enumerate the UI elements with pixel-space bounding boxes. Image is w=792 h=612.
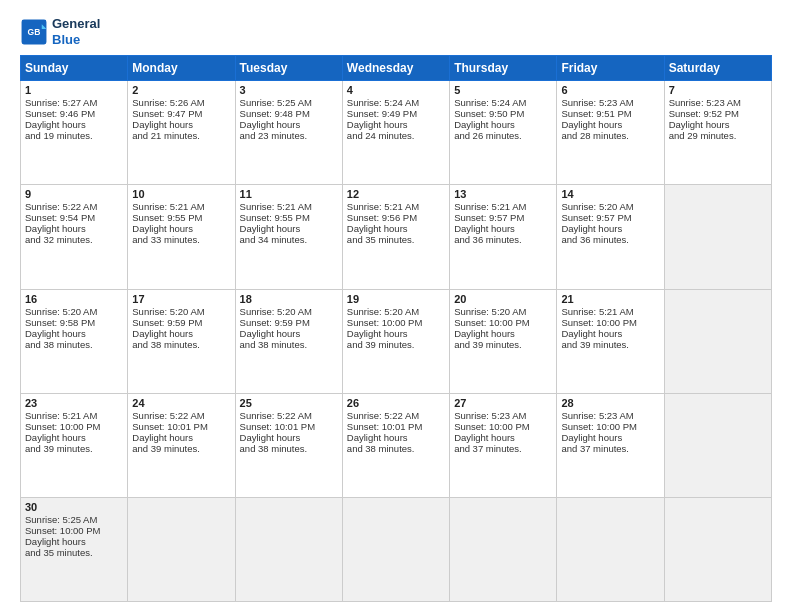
daylight-label: Daylight hours	[347, 119, 445, 130]
day-number: 2	[132, 84, 230, 96]
daylight-label: Daylight hours	[454, 119, 552, 130]
sunrise-time: Sunrise: 5:22 AM	[240, 410, 338, 421]
calendar-header-tuesday: Tuesday	[235, 56, 342, 81]
calendar-cell: 23Sunrise: 5:21 AMSunset: 10:00 PMDaylig…	[21, 393, 128, 497]
daylight-label: Daylight hours	[561, 328, 659, 339]
calendar-week-5: 30Sunrise: 5:25 AMSunset: 10:00 PMDaylig…	[21, 497, 772, 601]
day-number: 24	[132, 397, 230, 409]
daylight-label: Daylight hours	[561, 432, 659, 443]
daylight-value: and 33 minutes.	[132, 234, 230, 245]
sunrise-time: Sunrise: 5:20 AM	[454, 306, 552, 317]
sunset-time: Sunset: 10:00 PM	[25, 421, 123, 432]
sunset-time: Sunset: 9:46 PM	[25, 108, 123, 119]
logo: GB General Blue	[20, 16, 100, 47]
sunrise-time: Sunrise: 5:21 AM	[132, 201, 230, 212]
sunrise-time: Sunrise: 5:20 AM	[561, 201, 659, 212]
calendar-header-row: SundayMondayTuesdayWednesdayThursdayFrid…	[21, 56, 772, 81]
sunrise-time: Sunrise: 5:27 AM	[25, 97, 123, 108]
page: GB General Blue SundayMondayTuesdayWedne…	[0, 0, 792, 612]
daylight-value: and 38 minutes.	[240, 339, 338, 350]
calendar-cell: 6Sunrise: 5:23 AMSunset: 9:51 PMDaylight…	[557, 81, 664, 185]
calendar-cell: 17Sunrise: 5:20 AMSunset: 9:59 PMDayligh…	[128, 289, 235, 393]
calendar-cell: 28Sunrise: 5:23 AMSunset: 10:00 PMDaylig…	[557, 393, 664, 497]
sunrise-time: Sunrise: 5:22 AM	[132, 410, 230, 421]
day-number: 23	[25, 397, 123, 409]
daylight-value: and 38 minutes.	[347, 443, 445, 454]
daylight-value: and 35 minutes.	[347, 234, 445, 245]
day-number: 6	[561, 84, 659, 96]
sunset-time: Sunset: 9:50 PM	[454, 108, 552, 119]
daylight-value: and 26 minutes.	[454, 130, 552, 141]
day-number: 20	[454, 293, 552, 305]
day-number: 7	[669, 84, 767, 96]
calendar-header-sunday: Sunday	[21, 56, 128, 81]
daylight-label: Daylight hours	[561, 119, 659, 130]
day-number: 11	[240, 188, 338, 200]
calendar-cell: 13Sunrise: 5:21 AMSunset: 9:57 PMDayligh…	[450, 185, 557, 289]
daylight-label: Daylight hours	[454, 328, 552, 339]
sunset-time: Sunset: 10:01 PM	[240, 421, 338, 432]
day-number: 10	[132, 188, 230, 200]
daylight-label: Daylight hours	[561, 223, 659, 234]
sunrise-time: Sunrise: 5:21 AM	[240, 201, 338, 212]
calendar-cell	[235, 497, 342, 601]
calendar-cell: 20Sunrise: 5:20 AMSunset: 10:00 PMDaylig…	[450, 289, 557, 393]
calendar-cell: 19Sunrise: 5:20 AMSunset: 10:00 PMDaylig…	[342, 289, 449, 393]
day-number: 1	[25, 84, 123, 96]
calendar-cell: 3Sunrise: 5:25 AMSunset: 9:48 PMDaylight…	[235, 81, 342, 185]
day-number: 18	[240, 293, 338, 305]
calendar-cell: 12Sunrise: 5:21 AMSunset: 9:56 PMDayligh…	[342, 185, 449, 289]
calendar-cell	[664, 289, 771, 393]
daylight-label: Daylight hours	[25, 328, 123, 339]
sunrise-time: Sunrise: 5:21 AM	[25, 410, 123, 421]
sunrise-time: Sunrise: 5:24 AM	[347, 97, 445, 108]
daylight-value: and 21 minutes.	[132, 130, 230, 141]
day-number: 21	[561, 293, 659, 305]
calendar-header-monday: Monday	[128, 56, 235, 81]
calendar-cell	[342, 497, 449, 601]
calendar-header-friday: Friday	[557, 56, 664, 81]
daylight-label: Daylight hours	[454, 432, 552, 443]
daylight-label: Daylight hours	[240, 432, 338, 443]
calendar-cell	[557, 497, 664, 601]
calendar-header-wednesday: Wednesday	[342, 56, 449, 81]
sunrise-time: Sunrise: 5:26 AM	[132, 97, 230, 108]
daylight-label: Daylight hours	[132, 223, 230, 234]
calendar-cell: 16Sunrise: 5:20 AMSunset: 9:58 PMDayligh…	[21, 289, 128, 393]
daylight-value: and 39 minutes.	[347, 339, 445, 350]
sunset-time: Sunset: 9:59 PM	[240, 317, 338, 328]
daylight-value: and 37 minutes.	[454, 443, 552, 454]
calendar-cell: 10Sunrise: 5:21 AMSunset: 9:55 PMDayligh…	[128, 185, 235, 289]
daylight-value: and 38 minutes.	[25, 339, 123, 350]
sunset-time: Sunset: 10:00 PM	[454, 421, 552, 432]
sunset-time: Sunset: 10:01 PM	[347, 421, 445, 432]
sunrise-time: Sunrise: 5:25 AM	[25, 514, 123, 525]
sunrise-time: Sunrise: 5:23 AM	[561, 410, 659, 421]
sunset-time: Sunset: 9:47 PM	[132, 108, 230, 119]
daylight-value: and 39 minutes.	[454, 339, 552, 350]
calendar-week-2: 9Sunrise: 5:22 AMSunset: 9:54 PMDaylight…	[21, 185, 772, 289]
daylight-value: and 36 minutes.	[561, 234, 659, 245]
sunset-time: Sunset: 9:55 PM	[132, 212, 230, 223]
day-number: 27	[454, 397, 552, 409]
sunrise-time: Sunrise: 5:20 AM	[240, 306, 338, 317]
sunrise-time: Sunrise: 5:24 AM	[454, 97, 552, 108]
header: GB General Blue	[20, 16, 772, 47]
day-number: 19	[347, 293, 445, 305]
calendar-cell	[664, 497, 771, 601]
calendar-cell	[664, 393, 771, 497]
calendar-cell: 26Sunrise: 5:22 AMSunset: 10:01 PMDaylig…	[342, 393, 449, 497]
calendar-cell: 21Sunrise: 5:21 AMSunset: 10:00 PMDaylig…	[557, 289, 664, 393]
sunset-time: Sunset: 9:57 PM	[561, 212, 659, 223]
day-number: 3	[240, 84, 338, 96]
calendar-cell: 25Sunrise: 5:22 AMSunset: 10:01 PMDaylig…	[235, 393, 342, 497]
daylight-label: Daylight hours	[25, 119, 123, 130]
calendar-cell: 2Sunrise: 5:26 AMSunset: 9:47 PMDaylight…	[128, 81, 235, 185]
daylight-label: Daylight hours	[25, 223, 123, 234]
sunset-time: Sunset: 10:00 PM	[561, 317, 659, 328]
calendar-cell: 27Sunrise: 5:23 AMSunset: 10:00 PMDaylig…	[450, 393, 557, 497]
sunrise-time: Sunrise: 5:25 AM	[240, 97, 338, 108]
daylight-value: and 29 minutes.	[669, 130, 767, 141]
sunrise-time: Sunrise: 5:22 AM	[347, 410, 445, 421]
svg-text:GB: GB	[28, 27, 41, 37]
